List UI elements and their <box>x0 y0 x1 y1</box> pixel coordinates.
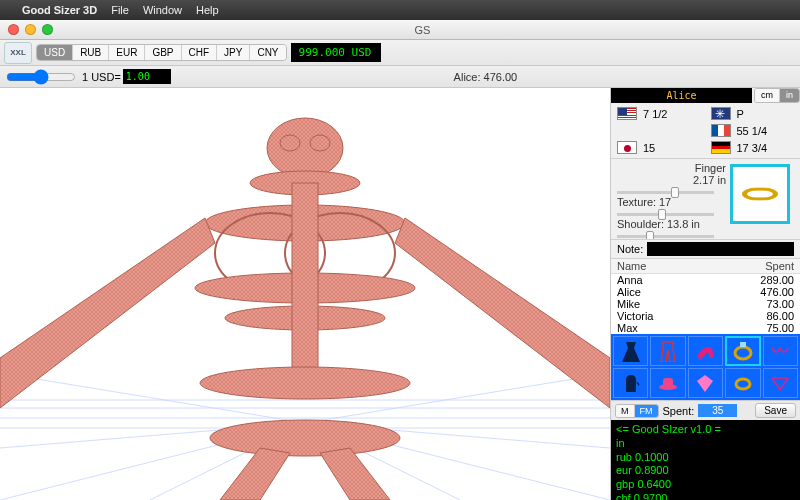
svg-marker-27 <box>220 448 290 500</box>
glove-icon <box>620 372 642 394</box>
ring-preview <box>730 164 790 224</box>
cat-gem[interactable] <box>688 368 723 398</box>
cat-pants[interactable] <box>650 336 685 366</box>
menu-file[interactable]: File <box>111 4 129 16</box>
window-titlebar: GS <box>0 20 800 40</box>
flag-fr-icon <box>711 124 731 137</box>
seg-m[interactable]: M <box>616 405 635 417</box>
currency-cny[interactable]: CNY <box>250 45 285 60</box>
currency-chf[interactable]: CHF <box>182 45 218 60</box>
col-spent[interactable]: Spent <box>765 260 794 272</box>
cat-ring2[interactable] <box>725 368 760 398</box>
currency-eur[interactable]: EUR <box>109 45 145 60</box>
note-label: Note: <box>617 243 643 255</box>
svg-marker-33 <box>697 375 713 392</box>
profile-name[interactable]: Alice <box>611 88 752 103</box>
svg-point-24 <box>210 420 400 456</box>
size-jp: 15 <box>643 142 655 154</box>
cat-heel[interactable] <box>688 336 723 366</box>
rate-prefix: 1 USD= <box>82 71 121 83</box>
viewport-caption: Alice: 476.00 <box>177 71 794 83</box>
svg-marker-25 <box>0 218 215 408</box>
table-row: Max75.00 <box>611 322 800 334</box>
unit-segmented[interactable]: cm in <box>754 88 800 103</box>
texture-value: 17 <box>659 196 671 208</box>
spent-label: Spent: <box>663 405 695 417</box>
note-input[interactable] <box>647 242 794 256</box>
zoom-icon[interactable] <box>42 24 53 35</box>
finger-slider[interactable] <box>617 191 714 194</box>
currency-gbp[interactable]: GBP <box>145 45 181 60</box>
mannequin-graphic <box>0 88 610 500</box>
currency-rub[interactable]: RUB <box>73 45 109 60</box>
menu-window[interactable]: Window <box>143 4 182 16</box>
console-line: gbp 0.6400 <box>616 478 795 492</box>
heel-icon <box>694 340 716 362</box>
gem-icon <box>694 372 716 394</box>
menu-help[interactable]: Help <box>196 4 219 16</box>
svg-rect-22 <box>292 183 318 383</box>
panty-icon <box>769 372 791 394</box>
cat-dress[interactable] <box>613 336 648 366</box>
seg-fm[interactable]: FM <box>635 405 658 417</box>
spent-bar: M FM Spent: 35 Save <box>611 400 800 420</box>
svg-marker-26 <box>395 218 610 408</box>
console-line: <= Good SIzer v1.0 = <box>616 423 795 437</box>
console-line: in <box>616 437 795 451</box>
cat-panty[interactable] <box>763 368 798 398</box>
toolbar: XXL USD RUB EUR GBP CHF JPY CNY 999.000 … <box>0 40 800 66</box>
exchange-rate: 1 USD= <box>82 69 171 84</box>
cat-glove[interactable] <box>613 368 648 398</box>
table-row: Victoria86.00 <box>611 310 800 322</box>
svg-marker-28 <box>320 448 390 500</box>
app-logo-icon: XXL <box>4 42 32 64</box>
shoulder-label: Shoulder: <box>617 218 664 230</box>
toolbar-slider[interactable] <box>6 69 76 85</box>
col-name[interactable]: Name <box>617 260 765 272</box>
gender-segmented[interactable]: M FM <box>615 404 659 418</box>
people-table[interactable]: NameSpent Anna289.00 Alice476.00 Mike73.… <box>611 258 800 334</box>
table-row: Alice476.00 <box>611 286 800 298</box>
3d-viewport[interactable] <box>0 88 610 500</box>
rate-input[interactable] <box>123 69 171 84</box>
minimize-icon[interactable] <box>25 24 36 35</box>
svg-point-34 <box>736 379 750 389</box>
svg-point-23 <box>200 367 410 399</box>
size-uk: P <box>737 108 744 120</box>
category-grid[interactable] <box>611 334 800 400</box>
svg-rect-30 <box>740 342 746 347</box>
macos-menubar: Good Sizer 3D File Window Help <box>0 0 800 20</box>
ring2-icon <box>732 372 754 394</box>
save-button[interactable]: Save <box>755 403 796 418</box>
app-name[interactable]: Good Sizer 3D <box>22 4 97 16</box>
console-line: rub 0.1000 <box>616 451 795 465</box>
ring-icon <box>732 340 754 362</box>
currency-usd[interactable]: USD <box>37 45 73 60</box>
currency-jpy[interactable]: JPY <box>217 45 250 60</box>
cat-ring[interactable] <box>725 336 760 366</box>
finger-value: 2.17 in <box>693 174 726 186</box>
unit-cm[interactable]: cm <box>755 89 780 102</box>
shoulder-slider[interactable] <box>617 235 714 238</box>
texture-slider[interactable] <box>617 213 714 216</box>
currency-segmented[interactable]: USD RUB EUR GBP CHF JPY CNY <box>36 44 287 61</box>
secondary-toolbar: 1 USD= Alice: 476.00 <box>0 66 800 88</box>
svg-point-29 <box>735 347 751 359</box>
flag-us-icon <box>617 107 637 120</box>
table-row: Mike73.00 <box>611 298 800 310</box>
cat-hat[interactable] <box>650 368 685 398</box>
console-line: eur 0.8900 <box>616 464 795 478</box>
window-title: GS <box>53 24 792 36</box>
unit-in[interactable]: in <box>780 89 799 102</box>
pants-icon <box>657 340 679 362</box>
shoulder-value: 13.8 in <box>667 218 700 230</box>
svg-point-13 <box>267 118 343 178</box>
cat-bra[interactable] <box>763 336 798 366</box>
hat-icon <box>657 372 679 394</box>
close-icon[interactable] <box>8 24 19 35</box>
ring-icon <box>742 188 778 201</box>
finger-label: Finger <box>695 162 726 174</box>
flag-de-icon <box>711 141 731 154</box>
table-row: Anna289.00 <box>611 274 800 286</box>
size-de: 17 3/4 <box>737 142 768 154</box>
